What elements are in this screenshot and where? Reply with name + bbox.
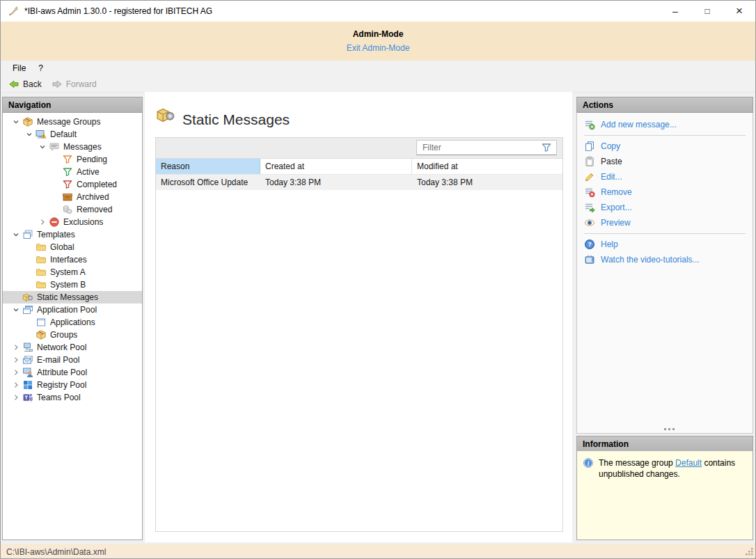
nav-item-email-pool[interactable]: E-mail Pool xyxy=(3,354,142,366)
navigation-header: Navigation xyxy=(2,97,143,113)
cell-modified-at: Today 3:38 PM xyxy=(412,175,562,190)
information-panel: Information The message group Default co… xyxy=(576,436,753,540)
navigation-tree: Message Groups Default Messages Pending … xyxy=(2,113,143,540)
actions-header: Actions xyxy=(576,97,753,113)
nav-item-system-a[interactable]: System A xyxy=(3,266,142,278)
close-button[interactable]: × xyxy=(723,1,755,22)
paste-action[interactable]: Paste xyxy=(577,154,753,169)
forward-button[interactable]: Forward xyxy=(47,76,102,92)
column-header-modified-at[interactable]: Modified at xyxy=(412,159,562,174)
navigation-panel: Navigation Message Groups Default Messag… xyxy=(2,97,143,540)
message-add-icon xyxy=(584,119,595,130)
copy-action[interactable]: Copy xyxy=(577,139,753,154)
nav-item-attribute-pool[interactable]: Attribute Pool xyxy=(3,366,142,379)
info-icon xyxy=(583,457,594,480)
preview-action[interactable]: Preview xyxy=(577,215,753,230)
nav-item-removed[interactable]: Removed xyxy=(3,203,142,216)
column-header-reason[interactable]: Reason xyxy=(156,159,260,174)
exit-admin-mode-link[interactable]: Exit Admin-Mode xyxy=(1,43,755,53)
folder-icon xyxy=(36,242,47,253)
chevron-right-icon[interactable] xyxy=(10,379,22,391)
box-gear-icon xyxy=(22,292,33,303)
chevron-down-icon[interactable] xyxy=(10,116,22,128)
templates-icon xyxy=(22,229,33,240)
message-remove-icon xyxy=(584,187,595,198)
toolbar: Back Forward xyxy=(1,76,755,93)
table-row[interactable]: Microsoft Office Update Today 3:38 PM To… xyxy=(156,175,562,190)
maximize-button[interactable]: □ xyxy=(691,1,723,22)
data-file-path: C:\IBI-aws\Admin\Data.xml xyxy=(6,547,106,557)
back-button[interactable]: Back xyxy=(3,76,47,92)
nav-item-system-b[interactable]: System B xyxy=(3,278,142,291)
app-icon xyxy=(8,6,19,17)
menu-file[interactable]: File xyxy=(6,61,32,76)
nav-item-interfaces[interactable]: Interfaces xyxy=(3,253,142,266)
admin-mode-banner: Admin-Mode Exit Admin-Mode xyxy=(1,22,755,61)
copy-icon xyxy=(584,141,595,152)
back-arrow-icon xyxy=(8,79,19,90)
chevron-down-icon[interactable] xyxy=(23,128,36,141)
column-header-created-at[interactable]: Created at xyxy=(260,159,412,174)
nav-item-teams-pool[interactable]: Teams Pool xyxy=(3,391,142,404)
chevron-right-icon[interactable] xyxy=(10,391,22,404)
information-message: The message group Default contains unpub… xyxy=(599,457,746,480)
grid-icon xyxy=(22,379,33,391)
nav-item-templates[interactable]: Templates xyxy=(3,228,142,241)
add-new-message-action[interactable]: Add new message... xyxy=(577,117,753,132)
resize-grip-icon[interactable] xyxy=(744,546,754,558)
help-action[interactable]: Help xyxy=(577,237,753,252)
filter-strip xyxy=(156,138,562,159)
nav-item-static-messages[interactable]: Static Messages xyxy=(3,291,142,304)
nav-item-registry-pool[interactable]: Registry Pool xyxy=(3,379,142,391)
eye-icon xyxy=(584,217,595,228)
package-icon xyxy=(22,116,33,127)
chevron-right-icon[interactable] xyxy=(10,354,22,366)
chevron-down-icon[interactable] xyxy=(36,141,49,153)
nav-item-groups[interactable]: Groups xyxy=(3,329,142,341)
message-export-icon xyxy=(584,202,595,213)
nav-item-archived[interactable]: Archived xyxy=(3,191,142,203)
nav-item-pending[interactable]: Pending xyxy=(3,153,142,166)
export-action[interactable]: Export... xyxy=(577,200,753,215)
chevron-right-icon[interactable] xyxy=(36,216,49,228)
cell-created-at: Today 3:38 PM xyxy=(260,175,412,190)
pencil-icon xyxy=(584,171,595,182)
nav-item-messages[interactable]: Messages xyxy=(3,141,142,153)
filter-input[interactable] xyxy=(417,141,541,155)
menu-help[interactable]: ? xyxy=(32,61,49,76)
filter-field[interactable] xyxy=(416,140,557,155)
minimize-button[interactable]: – xyxy=(659,1,691,22)
nav-item-default[interactable]: Default xyxy=(3,128,142,141)
edit-action[interactable]: Edit... xyxy=(577,169,753,184)
static-messages-list: Reason Created at Modified at Microsoft … xyxy=(155,137,563,532)
chevron-right-icon[interactable] xyxy=(10,366,22,379)
default-group-link[interactable]: Default xyxy=(675,458,702,468)
actions-list: Add new message... Copy Paste Edit... Re… xyxy=(576,113,753,434)
teams-icon xyxy=(22,392,33,403)
chevron-down-icon[interactable] xyxy=(10,228,22,241)
actions-panel: Actions Add new message... Copy Paste Ed… xyxy=(576,97,753,434)
remove-action[interactable]: Remove xyxy=(577,184,753,200)
monitor-person-icon xyxy=(22,367,33,378)
nav-item-network-pool[interactable]: Network Pool xyxy=(3,341,142,354)
information-body: The message group Default contains unpub… xyxy=(576,451,753,540)
funnel-icon[interactable] xyxy=(541,142,552,153)
folder-icon xyxy=(36,279,47,290)
information-header: Information xyxy=(576,436,753,452)
nav-item-applications[interactable]: Applications xyxy=(3,316,142,329)
menu-bar: File ? xyxy=(1,61,755,76)
panel-splitter[interactable] xyxy=(577,428,753,430)
nav-item-message-groups[interactable]: Message Groups xyxy=(3,116,142,128)
window-stack-icon xyxy=(22,304,33,315)
chevron-right-icon[interactable] xyxy=(10,341,22,354)
nav-item-exclusions[interactable]: Exclusions xyxy=(3,216,142,228)
nav-item-completed[interactable]: Completed xyxy=(3,178,142,191)
box-gear-icon xyxy=(156,105,175,127)
video-tutorials-action[interactable]: Watch the video-tutorials... xyxy=(577,252,753,267)
speech-bubble-icon xyxy=(49,141,60,152)
nav-item-application-pool[interactable]: Application Pool xyxy=(3,304,142,316)
nav-item-active[interactable]: Active xyxy=(3,166,142,178)
paste-icon xyxy=(584,156,595,167)
chevron-down-icon[interactable] xyxy=(10,304,22,316)
nav-item-global[interactable]: Global xyxy=(3,241,142,253)
